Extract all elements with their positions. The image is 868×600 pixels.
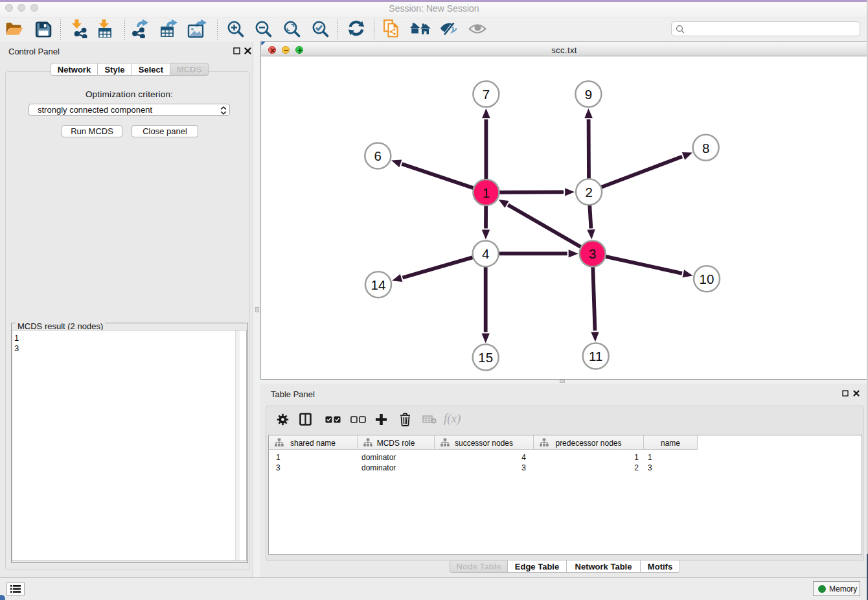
svg-text:14: 14	[371, 277, 386, 292]
svg-text:10: 10	[700, 271, 714, 286]
svg-text:15: 15	[478, 350, 493, 365]
svg-text:9: 9	[585, 87, 592, 102]
svg-text:11: 11	[589, 349, 602, 363]
svg-text:6: 6	[374, 148, 382, 163]
svg-text:1: 1	[483, 185, 490, 200]
svg-text:2: 2	[585, 185, 592, 200]
svg-text:4: 4	[482, 246, 489, 261]
svg-text:8: 8	[702, 141, 709, 156]
svg-text:3: 3	[589, 246, 596, 261]
svg-text:7: 7	[483, 87, 490, 102]
